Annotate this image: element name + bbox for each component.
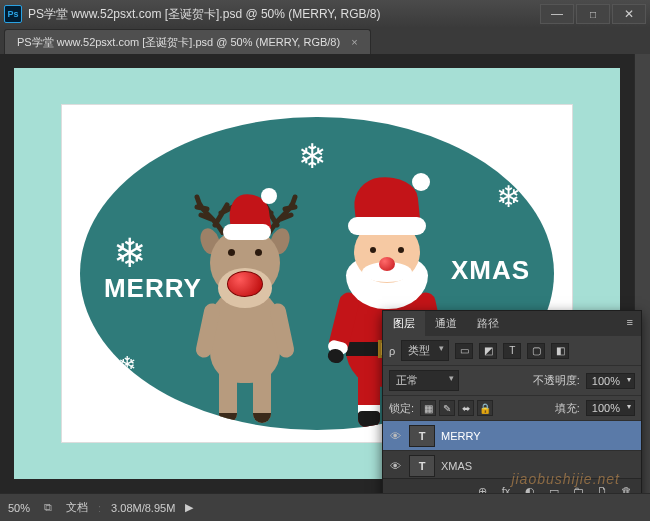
layer-row[interactable]: 👁 T XMAS — [383, 451, 641, 478]
tab-layers[interactable]: 图层 — [383, 311, 425, 336]
blend-row: 正常 不透明度: 100% — [383, 366, 641, 396]
blend-mode-select[interactable]: 正常 — [389, 370, 459, 391]
layer-row[interactable]: 👁 T MERRY — [383, 421, 641, 451]
visibility-icon[interactable]: 👁 — [387, 460, 403, 472]
doc-size: 3.08M/8.95M — [111, 502, 175, 514]
lock-pixels-icon[interactable]: ✎ — [439, 400, 455, 416]
panel-tabs: 图层 通道 路径 ≡ — [383, 311, 641, 336]
zoom-value[interactable]: 50% — [8, 502, 30, 514]
layer-list[interactable]: 👁 T MERRY 👁 T XMAS 👁 形状 1 — [383, 421, 641, 478]
search-icon[interactable]: ρ — [389, 345, 395, 357]
filter-adjust-icon[interactable]: ◩ — [479, 343, 497, 359]
fill-input[interactable]: 100% — [586, 400, 635, 416]
ps-app-icon: Ps — [4, 5, 22, 23]
layer-name[interactable]: XMAS — [441, 460, 472, 472]
lock-all-icon[interactable]: 🔒 — [477, 400, 493, 416]
filter-type-select[interactable]: 类型 — [401, 340, 449, 361]
statusbar: 50% ⧉ 文档 : 3.08M/8.95M ▶ — [0, 493, 650, 521]
filter-smart-icon[interactable]: ◧ — [551, 343, 569, 359]
tab-paths[interactable]: 路径 — [467, 311, 509, 336]
tab-close-icon[interactable]: × — [351, 36, 357, 48]
status-flyout-icon[interactable]: ▶ — [185, 501, 193, 514]
opacity-input[interactable]: 100% — [586, 373, 635, 389]
document-tab-label: PS学堂 www.52psxt.com [圣诞贺卡].psd @ 50% (ME… — [17, 36, 340, 48]
visibility-icon[interactable]: 👁 — [387, 430, 403, 442]
snowflake-icon: ❄ — [496, 179, 521, 214]
fill-label: 填充: — [555, 401, 580, 416]
reindeer-illustration — [175, 173, 315, 430]
document-tabbar: PS学堂 www.52psxt.com [圣诞贺卡].psd @ 50% (ME… — [0, 28, 650, 54]
minimize-button[interactable]: — — [540, 4, 574, 24]
titlebar[interactable]: Ps PS学堂 www.52psxt.com [圣诞贺卡].psd @ 50% … — [0, 0, 650, 28]
layer-filter-row: ρ 类型 ▭ ◩ T ▢ ◧ — [383, 336, 641, 366]
lock-transparency-icon[interactable]: ▦ — [420, 400, 436, 416]
lock-row: 锁定: ▦ ✎ ⬌ 🔒 填充: 100% — [383, 396, 641, 421]
layers-panel[interactable]: 图层 通道 路径 ≡ ρ 类型 ▭ ◩ T ▢ ◧ 正常 不透明度: 100% … — [382, 310, 642, 504]
snowflake-icon: ❄ — [118, 352, 136, 378]
opacity-label: 不透明度: — [533, 373, 580, 388]
maximize-button[interactable]: □ — [576, 4, 610, 24]
xmas-text: XMAS — [451, 255, 530, 286]
layer-thumb-text-icon: T — [409, 425, 435, 447]
tab-channels[interactable]: 通道 — [425, 311, 467, 336]
lock-label: 锁定: — [389, 401, 414, 416]
doc-label: 文档 — [66, 500, 88, 515]
photoshop-window: Ps PS学堂 www.52psxt.com [圣诞贺卡].psd @ 50% … — [0, 0, 650, 521]
santa-hat-icon — [223, 188, 277, 242]
status-handle-icon[interactable]: ⧉ — [40, 500, 56, 516]
close-button[interactable]: ✕ — [612, 4, 646, 24]
document-tab[interactable]: PS学堂 www.52psxt.com [圣诞贺卡].psd @ 50% (ME… — [4, 29, 371, 54]
filter-shape-icon[interactable]: ▢ — [527, 343, 545, 359]
lock-position-icon[interactable]: ⬌ — [458, 400, 474, 416]
filter-pixel-icon[interactable]: ▭ — [455, 343, 473, 359]
window-title: PS学堂 www.52psxt.com [圣诞贺卡].psd @ 50% (ME… — [28, 6, 381, 23]
panel-menu-icon[interactable]: ≡ — [619, 311, 641, 336]
filter-type-icon[interactable]: T — [503, 343, 521, 359]
snowflake-icon: ❄ — [113, 230, 147, 276]
layer-name[interactable]: MERRY — [441, 430, 481, 442]
layer-thumb-text-icon: T — [409, 455, 435, 477]
